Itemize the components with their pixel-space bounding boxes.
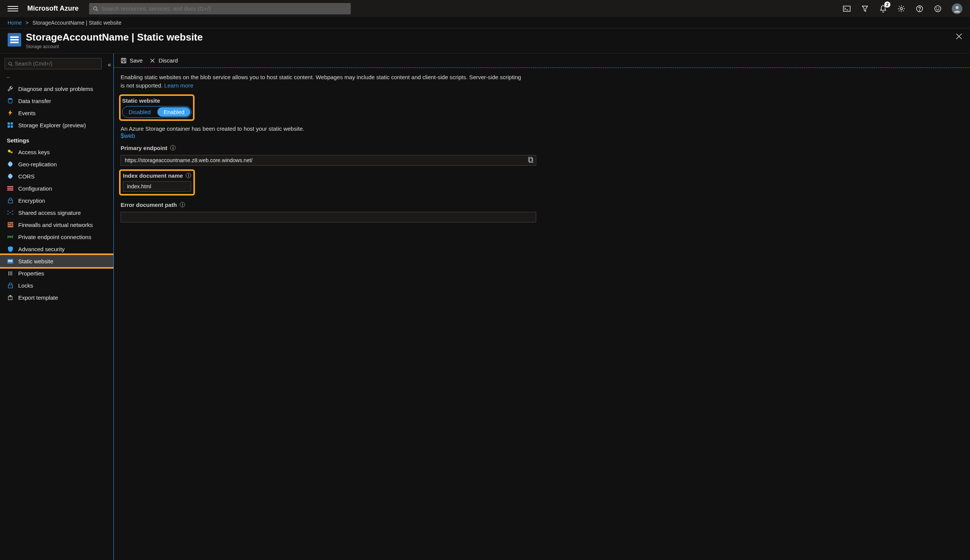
sidebar-item-storage-explorer-preview-[interactable]: Storage Explorer (preview) bbox=[0, 119, 114, 131]
discard-label: Discard bbox=[159, 57, 178, 63]
svg-point-7 bbox=[935, 6, 941, 12]
lock2-icon bbox=[7, 282, 13, 289]
global-search[interactable] bbox=[89, 3, 351, 14]
sidebar-item-locks[interactable]: Locks bbox=[0, 279, 114, 292]
toggle-label: Static website bbox=[122, 97, 191, 104]
info-icon[interactable]: i bbox=[186, 173, 191, 178]
lock-icon bbox=[7, 197, 13, 204]
sidebar-item-firewalls-and-virtual-networks[interactable]: Firewalls and virtual networks bbox=[0, 218, 114, 231]
svg-rect-32 bbox=[8, 222, 13, 227]
sidebar-item-static-website[interactable]: Static website bbox=[0, 255, 114, 267]
shield-icon bbox=[7, 245, 13, 252]
sidebar-item-configuration[interactable]: Configuration bbox=[0, 182, 114, 194]
primary-endpoint-value[interactable] bbox=[120, 155, 536, 165]
sidebar-item-events[interactable]: Events bbox=[0, 107, 114, 119]
svg-line-14 bbox=[11, 64, 12, 65]
sidebar-item-label: Shared access signature bbox=[18, 210, 81, 216]
sidebar-item-label: Data transfer bbox=[18, 98, 51, 104]
svg-rect-18 bbox=[8, 125, 10, 128]
svg-rect-47 bbox=[122, 58, 125, 60]
sidebar-item-label: Events bbox=[18, 110, 36, 116]
svg-point-4 bbox=[900, 8, 903, 10]
sidebar-item-label: Private endpoint connections bbox=[18, 234, 91, 240]
settings-gear-icon[interactable] bbox=[897, 5, 906, 13]
toggle-disabled-option[interactable]: Disabled bbox=[122, 107, 157, 117]
sidebar-search[interactable] bbox=[5, 58, 102, 69]
save-button[interactable]: Save bbox=[120, 57, 142, 63]
collapse-sidebar-button[interactable]: « bbox=[106, 62, 114, 68]
sidebar-active-highlight: Static website bbox=[0, 255, 114, 267]
svg-point-0 bbox=[94, 7, 97, 10]
close-button[interactable] bbox=[956, 33, 962, 40]
index-document-highlight: Index document name i bbox=[120, 171, 193, 194]
storage-account-icon bbox=[8, 33, 21, 47]
sidebar: « – Diagnose and solve problemsData tran… bbox=[0, 53, 114, 560]
svg-rect-29 bbox=[7, 188, 13, 189]
breadcrumb-home[interactable]: Home bbox=[8, 20, 22, 26]
primary-endpoint-label: Primary endpoint i bbox=[120, 145, 963, 151]
sidebar-item-cors[interactable]: CORS bbox=[0, 170, 114, 182]
sidebar-section-settings: Settings bbox=[0, 131, 114, 146]
key-icon bbox=[7, 148, 13, 155]
sidebar-item-access-keys[interactable]: Access keys bbox=[0, 146, 114, 158]
info-icon[interactable]: i bbox=[170, 145, 176, 150]
svg-rect-21 bbox=[10, 152, 13, 153]
sidebar-item-export-template[interactable]: Export template bbox=[0, 292, 114, 303]
copy-button[interactable] bbox=[528, 157, 534, 163]
staticweb-icon bbox=[7, 258, 13, 265]
svg-rect-2 bbox=[843, 6, 850, 12]
index-document-label: Index document name i bbox=[123, 172, 191, 179]
sidebar-item-label: Storage Explorer (preview) bbox=[18, 122, 86, 128]
user-avatar[interactable] bbox=[952, 3, 962, 14]
learn-more-link[interactable]: Learn more bbox=[164, 82, 193, 89]
svg-point-6 bbox=[919, 10, 920, 10]
sidebar-item-label: Properties bbox=[18, 270, 44, 277]
sidebar-item-data-transfer[interactable]: Data transfer bbox=[0, 95, 114, 107]
hamburger-menu-icon[interactable] bbox=[8, 6, 18, 12]
svg-point-15 bbox=[8, 98, 12, 100]
help-icon[interactable] bbox=[915, 5, 924, 13]
discard-button[interactable]: Discard bbox=[149, 57, 178, 63]
svg-rect-17 bbox=[11, 122, 13, 125]
breadcrumb-separator: > bbox=[25, 20, 28, 26]
top-bar: Microsoft Azure 2 bbox=[0, 0, 970, 17]
page-title: StorageAccountName | Static website bbox=[26, 32, 203, 43]
wrench-icon bbox=[7, 85, 13, 92]
info-icon[interactable]: i bbox=[180, 202, 185, 207]
web-container-link[interactable]: $web bbox=[120, 133, 135, 139]
page-header: StorageAccountName | Static website Stor… bbox=[0, 28, 970, 53]
config-icon bbox=[7, 185, 13, 192]
copy-icon bbox=[528, 157, 534, 163]
sidebar-item-truncated: – bbox=[0, 72, 114, 83]
directory-filter-icon[interactable] bbox=[861, 5, 869, 13]
sidebar-item-private-endpoint-connections[interactable]: Private endpoint connections bbox=[0, 231, 114, 243]
svg-point-13 bbox=[9, 62, 12, 65]
svg-point-37 bbox=[10, 236, 11, 238]
sidebar-item-label: Static website bbox=[18, 258, 54, 265]
sidebar-search-input[interactable] bbox=[15, 61, 98, 67]
sidebar-item-diagnose-and-solve-problems[interactable]: Diagnose and solve problems bbox=[0, 83, 114, 95]
svg-rect-22 bbox=[12, 153, 13, 154]
notifications-icon[interactable]: 2 bbox=[879, 5, 887, 13]
svg-rect-46 bbox=[121, 58, 126, 63]
static-website-toggle-highlight: Static website Disabled Enabled bbox=[120, 96, 193, 119]
sidebar-item-geo-replication[interactable]: Geo-replication bbox=[0, 158, 114, 170]
sidebar-item-label: Export template bbox=[18, 294, 58, 301]
svg-rect-52 bbox=[528, 157, 532, 162]
brand-label: Microsoft Azure bbox=[27, 5, 79, 13]
global-search-input[interactable] bbox=[101, 5, 347, 12]
error-document-input[interactable] bbox=[120, 212, 536, 222]
feedback-icon[interactable] bbox=[933, 5, 942, 13]
sidebar-item-label: Access keys bbox=[18, 149, 50, 155]
error-document-label: Error document path i bbox=[120, 202, 963, 208]
sidebar-item-encryption[interactable]: Encryption bbox=[0, 194, 114, 207]
bolt-icon bbox=[7, 110, 13, 116]
static-website-toggle[interactable]: Disabled Enabled bbox=[122, 106, 191, 118]
svg-rect-40 bbox=[8, 261, 13, 262]
toggle-enabled-option[interactable]: Enabled bbox=[157, 107, 191, 117]
cloud-shell-icon[interactable] bbox=[843, 5, 851, 13]
index-document-input[interactable] bbox=[123, 181, 191, 192]
sidebar-item-shared-access-signature[interactable]: Shared access signature bbox=[0, 207, 114, 218]
sidebar-item-properties[interactable]: Properties bbox=[0, 267, 114, 279]
sidebar-item-advanced-security[interactable]: Advanced security bbox=[0, 243, 114, 255]
